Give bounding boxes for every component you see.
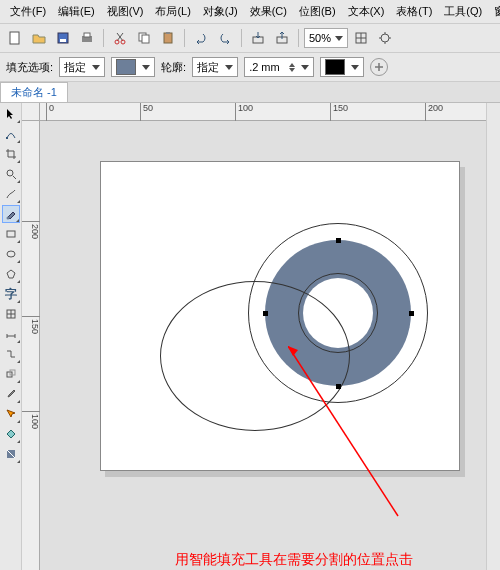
separator [241, 29, 242, 47]
ruler-tick: 100 [22, 411, 40, 429]
redo-button[interactable] [214, 27, 236, 49]
fill-options-label: 填充选项: [6, 60, 53, 75]
dropdown-icon [335, 36, 343, 41]
undo-button[interactable] [190, 27, 212, 49]
connector-tool[interactable] [2, 345, 20, 363]
text-tool[interactable]: 字 [2, 285, 20, 303]
annotation-arrow [288, 346, 418, 526]
fill-color-swatch [116, 59, 136, 75]
separator [103, 29, 104, 47]
color-palette-strip[interactable] [486, 103, 500, 570]
dropdown-icon [225, 65, 233, 70]
dropdown-icon [92, 65, 100, 70]
outline-width-input[interactable]: .2 mm [244, 57, 314, 77]
menu-view[interactable]: 视图(V) [101, 2, 150, 21]
selection-handle[interactable] [336, 238, 341, 243]
zoom-value: 50% [309, 32, 331, 44]
open-button[interactable] [28, 27, 50, 49]
outline-tool[interactable] [2, 405, 20, 423]
spinner-icon [289, 63, 295, 72]
svg-rect-2 [60, 39, 66, 42]
svg-rect-0 [10, 32, 19, 44]
svg-line-24 [288, 346, 398, 516]
freehand-tool[interactable] [2, 185, 20, 203]
document-tab[interactable]: 未命名 -1 [0, 82, 68, 102]
svg-rect-4 [84, 33, 90, 37]
menu-table[interactable]: 表格(T) [390, 2, 438, 21]
crop-tool[interactable] [2, 145, 20, 163]
menu-window[interactable]: 窗口(W) [488, 2, 500, 21]
svg-rect-10 [166, 32, 170, 34]
zoom-tool[interactable] [2, 165, 20, 183]
options-button[interactable] [374, 27, 396, 49]
dimension-tool[interactable] [2, 325, 20, 343]
new-button[interactable] [4, 27, 26, 49]
smart-fill-tool[interactable] [2, 205, 20, 223]
main-area: 字 0 50 100 150 200 250 200 150 100 [0, 103, 500, 570]
outline-mode-dropdown[interactable]: 指定 [192, 57, 238, 77]
menu-layout[interactable]: 布局(L) [149, 2, 196, 21]
outline-color-swatch [325, 59, 345, 75]
shape-tool[interactable] [2, 125, 20, 143]
add-preset-button[interactable] [370, 58, 388, 76]
svg-marker-25 [288, 346, 298, 356]
horizontal-ruler[interactable]: 0 50 100 150 200 250 [40, 103, 486, 121]
paste-button[interactable] [157, 27, 179, 49]
menu-effects[interactable]: 效果(C) [244, 2, 293, 21]
property-bar: 填充选项: 指定 轮廓: 指定 .2 mm [0, 53, 500, 82]
toolbox: 字 [0, 103, 22, 570]
effects-tool[interactable] [2, 365, 20, 383]
svg-point-16 [7, 170, 13, 176]
separator [298, 29, 299, 47]
table-tool[interactable] [2, 305, 20, 323]
fill-tool[interactable] [2, 425, 20, 443]
dropdown-icon [351, 65, 359, 70]
svg-rect-15 [6, 137, 8, 139]
fill-mode-dropdown[interactable]: 指定 [59, 57, 105, 77]
print-button[interactable] [76, 27, 98, 49]
vertical-ruler[interactable]: 200 150 100 [22, 121, 40, 570]
interactive-fill-tool[interactable] [2, 445, 20, 463]
svg-rect-8 [142, 35, 149, 43]
save-button[interactable] [52, 27, 74, 49]
menu-file[interactable]: 文件(F) [4, 2, 52, 21]
drawing-area[interactable]: 用智能填充工具在需要分割的位置点击 [40, 121, 486, 570]
cut-button[interactable] [109, 27, 131, 49]
polygon-tool[interactable] [2, 265, 20, 283]
menu-bar: 文件(F) 编辑(E) 视图(V) 布局(L) 对象(J) 效果(C) 位图(B… [0, 0, 500, 24]
text-icon: 字 [5, 286, 17, 303]
snap-button[interactable] [350, 27, 372, 49]
menu-object[interactable]: 对象(J) [197, 2, 244, 21]
menu-edit[interactable]: 编辑(E) [52, 2, 101, 21]
ruler-origin[interactable] [22, 103, 40, 121]
selection-handle[interactable] [263, 311, 268, 316]
dropdown-icon [301, 65, 309, 70]
outline-color-picker[interactable] [320, 57, 364, 77]
eyedropper-tool[interactable] [2, 385, 20, 403]
svg-rect-18 [7, 231, 15, 237]
ruler-tick: 200 [22, 221, 40, 239]
ruler-tick: 150 [330, 103, 348, 121]
fill-mode-value: 指定 [64, 60, 86, 75]
selection-handle[interactable] [409, 311, 414, 316]
ruler-tick: 50 [140, 103, 153, 121]
ruler-tick: 100 [235, 103, 253, 121]
menu-text[interactable]: 文本(X) [342, 2, 391, 21]
menu-tools[interactable]: 工具(Q) [438, 2, 488, 21]
outline-label: 轮廓: [161, 60, 186, 75]
fill-color-picker[interactable] [111, 57, 155, 77]
svg-point-19 [7, 251, 15, 257]
svg-point-14 [381, 34, 389, 42]
rectangle-tool[interactable] [2, 225, 20, 243]
ruler-tick: 0 [46, 103, 54, 121]
pick-tool[interactable] [2, 105, 20, 123]
ellipse-tool[interactable] [2, 245, 20, 263]
export-button[interactable] [271, 27, 293, 49]
menu-bitmap[interactable]: 位图(B) [293, 2, 342, 21]
dropdown-icon [142, 65, 150, 70]
svg-point-17 [6, 217, 9, 220]
zoom-level[interactable]: 50% [304, 28, 348, 48]
import-button[interactable] [247, 27, 269, 49]
copy-button[interactable] [133, 27, 155, 49]
outline-width-value: .2 mm [249, 61, 283, 73]
